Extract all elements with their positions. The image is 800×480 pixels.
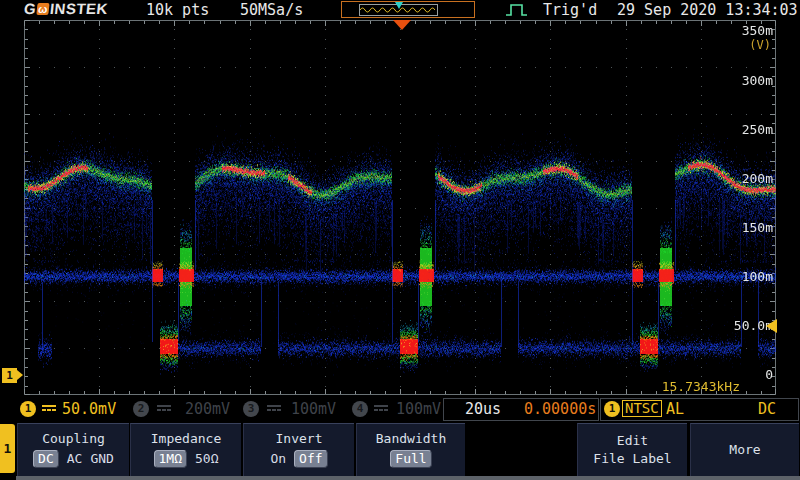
coupling-dc-option[interactable]: DC bbox=[33, 450, 59, 468]
logo-g: G bbox=[23, 0, 37, 17]
horizontal-position-readout: 0.00000s bbox=[524, 399, 596, 420]
ch3-badge: 3 bbox=[243, 401, 259, 417]
softkey-bandwidth[interactable]: Bandwidth Full bbox=[356, 423, 465, 476]
scale-label-350m: 350m bbox=[733, 23, 773, 38]
trigger-source-badge: 1 bbox=[604, 401, 620, 417]
softkey-impedance[interactable]: Impedance 1MΩ 50Ω bbox=[130, 423, 241, 476]
coupling-ac-option[interactable]: AC bbox=[67, 451, 83, 467]
preview-trigger-marker-icon bbox=[395, 2, 403, 9]
scale-label-300m: 300m bbox=[733, 73, 773, 88]
impedance-title: Impedance bbox=[151, 432, 221, 446]
logo-rest: INSTEK bbox=[49, 0, 109, 17]
edit-label-line2: File Label bbox=[593, 452, 671, 466]
trigger-pulse-icon bbox=[505, 3, 531, 16]
trigger-type-readout: NTSC bbox=[622, 400, 662, 417]
invert-off-option[interactable]: Off bbox=[294, 450, 327, 468]
scale-label-250m: 250m bbox=[733, 122, 773, 137]
ch2-badge: 2 bbox=[133, 401, 149, 417]
trigger-status: Trig'd bbox=[543, 1, 597, 19]
trigger-position-marker-icon[interactable] bbox=[393, 20, 411, 30]
scale-unit: (V) bbox=[731, 38, 771, 52]
ch4-dc-coupling-icon bbox=[374, 405, 388, 414]
impedance-1m-option[interactable]: 1MΩ bbox=[154, 450, 187, 468]
invert-on-option[interactable]: On bbox=[270, 451, 286, 467]
trigger-mode-readout: AL bbox=[666, 399, 684, 420]
trigger-coupling-readout: DC bbox=[758, 399, 776, 420]
invert-title: Invert bbox=[276, 432, 323, 446]
timebase-readout: 20us bbox=[465, 399, 501, 420]
softkey-edit-file-label[interactable]: Edit File Label bbox=[577, 423, 687, 476]
ch3-scale-readout: 100mV bbox=[291, 399, 336, 420]
record-preview-bar[interactable] bbox=[341, 1, 475, 18]
logo-w-icon: ω bbox=[37, 3, 50, 15]
more-label: More bbox=[729, 443, 760, 457]
ch1-badge: 1 bbox=[20, 401, 36, 417]
bandwidth-full-option[interactable]: Full bbox=[390, 450, 431, 468]
menu-channel-tab[interactable]: 1 bbox=[0, 424, 15, 473]
trigger-frequency-readout: 15.7343kHz bbox=[630, 379, 740, 394]
trigger-level-marker-icon[interactable] bbox=[766, 319, 777, 333]
bandwidth-title: Bandwidth bbox=[376, 432, 446, 446]
impedance-50-option[interactable]: 50Ω bbox=[195, 451, 218, 467]
waveform-display bbox=[24, 20, 776, 395]
datetime: 29 Sep 2020 13:34:03 bbox=[617, 1, 798, 19]
oscilloscope-screen: GωINSTEK 10k pts 50MSa/s Trig'd 29 Sep 2… bbox=[0, 0, 800, 480]
scale-label-200m: 200m bbox=[733, 171, 773, 186]
ch1-position-marker[interactable]: 1 bbox=[2, 368, 17, 383]
scale-label-150m: 150m bbox=[733, 220, 773, 235]
coupling-title: Coupling bbox=[42, 432, 105, 446]
ch3-dc-coupling-icon bbox=[267, 405, 281, 414]
ch4-badge: 4 bbox=[352, 401, 368, 417]
sample-rate: 50MSa/s bbox=[240, 1, 303, 19]
softkey-coupling[interactable]: Coupling DC AC GND bbox=[17, 423, 129, 476]
softkey-more[interactable]: More bbox=[690, 423, 799, 476]
softkey-invert[interactable]: Invert On Off bbox=[243, 423, 354, 476]
brand-logo: GωINSTEK bbox=[23, 0, 109, 17]
ch4-scale-readout: 100mV bbox=[396, 399, 441, 420]
bottom-divider bbox=[16, 476, 800, 480]
ch1-dc-coupling-icon bbox=[42, 405, 56, 414]
scale-label-100m: 100m bbox=[733, 269, 773, 284]
ch2-dc-coupling-icon bbox=[157, 405, 171, 414]
acquisition-points: 10k pts bbox=[146, 1, 209, 19]
ch2-scale-readout: 200mV bbox=[185, 399, 230, 420]
coupling-gnd-option[interactable]: GND bbox=[90, 451, 113, 467]
ch1-scale-readout: 50.0mV bbox=[62, 399, 116, 420]
edit-label-line1: Edit bbox=[617, 434, 648, 448]
